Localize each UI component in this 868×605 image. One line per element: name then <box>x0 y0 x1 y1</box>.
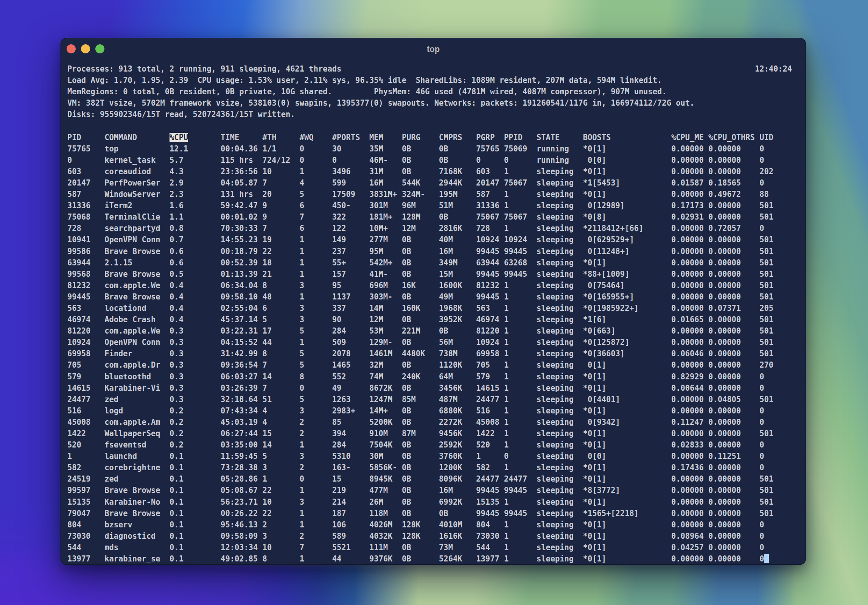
summary-line: Disks: 955902346/15T read, 520724361/15T… <box>67 109 803 120</box>
process-row: 728 searchpartyd 0.8 70:30:33 7 6 122 10… <box>67 223 803 234</box>
process-row: 99445 Brave Browse 0.4 09:58.10 48 1 113… <box>67 291 803 302</box>
process-row: 24477 zed 0.3 32:18.64 51 5 1263 1247M 8… <box>67 394 803 405</box>
process-row: 46974 Adobe Crash 0.4 45:37.14 5 3 90 12… <box>67 314 803 325</box>
process-row: 81220 com.apple.We 0.3 03:22.31 17 5 284… <box>67 325 803 337</box>
process-row: 804 bzserv 0.1 95:46.13 2 1 106 4026M 12… <box>67 519 803 530</box>
summary-line-processes: Processes: 913 total, 2 running, 911 sle… <box>67 63 803 75</box>
desktop-wallpaper: top Processes: 913 total, 2 running, 911… <box>0 0 868 605</box>
process-row: 99597 Brave Browse 0.1 05:08.67 22 1 219… <box>67 485 803 496</box>
process-row: 75765 top 12.1 00:04.36 1/1 0 30 35M 0B … <box>67 143 803 154</box>
process-row: 45008 com.apple.Am 0.2 45:03.19 4 2 85 5… <box>67 416 803 428</box>
sorted-column-header: %CPU <box>170 133 188 142</box>
process-row: 603 coreaudiod 4.3 23:36:56 10 1 3496 31… <box>67 166 803 177</box>
process-row: 563 locationd 0.4 02:55:04 6 3 337 14M 1… <box>67 302 803 314</box>
process-row: 63944 2.1.15 0.6 00:52.39 18 1 55+ 542M+… <box>67 257 803 268</box>
process-row: 31336 iTerm2 1.6 59:42.47 9 6 450- 301M … <box>67 200 803 211</box>
process-row: 10924 OpenVPN Conn 0.3 04:15:52 44 1 509… <box>67 337 803 348</box>
process-row: 73030 diagnosticd 0.1 09:58:09 3 2 589 4… <box>67 530 803 542</box>
process-row: 705 com.apple.Dr 0.3 09:36:54 7 5 1465 3… <box>67 359 803 371</box>
terminal-window: top Processes: 913 total, 2 running, 911… <box>61 38 806 565</box>
process-row: 69958 Finder 0.3 31:42.99 8 5 2078 1461M… <box>67 348 803 359</box>
process-row: 79047 Brave Browse 0.1 00:26.22 22 1 187… <box>67 508 803 519</box>
process-row: 587 WindowServer 2.3 131 hrs 20 5 17509 … <box>67 189 803 200</box>
process-row: 81232 com.apple.We 0.4 06:34.04 8 3 95 6… <box>67 280 803 291</box>
titlebar[interactable]: top <box>61 38 806 60</box>
blank-line <box>67 120 803 131</box>
process-row: 13977 karabiner_se 0.1 49:02.85 8 1 44 9… <box>67 553 803 563</box>
process-row: 99586 Brave Browse 0.6 00:18.79 22 1 237… <box>67 246 803 257</box>
process-row: 15135 Karabiner-No 0.1 56:23.71 10 3 214… <box>67 496 803 508</box>
summary-line: MemRegions: 0 total, 0B resident, 0B pri… <box>67 86 803 97</box>
process-row: 1 launchd 0.1 11:59:45 5 3 5310 30M 0B 3… <box>67 451 803 462</box>
process-row: 75068 TerminalClie 1.1 00:01.02 9 7 322 … <box>67 211 803 223</box>
terminal-cursor <box>764 554 768 563</box>
process-row: 1422 WallpaperSeq 0.2 06:27:44 15 2 394 … <box>67 428 803 439</box>
process-row: 99568 Brave Browse 0.5 01:13.39 21 1 157… <box>67 268 803 280</box>
process-row: 544 mds 0.1 12:03:34 10 7 5521 111M 0B 7… <box>67 542 803 553</box>
process-row: 520 fseventsd 0.2 03:35:00 14 1 284 7504… <box>67 439 803 451</box>
process-row: 0 kernel_task 5.7 115 hrs 724/12 0 0 46M… <box>67 154 803 166</box>
process-row: 10941 OpenVPN Conn 0.7 14:55.23 19 1 149… <box>67 234 803 245</box>
summary-line: Load Avg: 1.70, 1.95, 2.39 CPU usage: 1.… <box>67 75 803 86</box>
summary-line: VM: 382T vsize, 5702M framework vsize, 5… <box>67 97 803 109</box>
process-row: 20147 PerfPowerSer 2.9 04:05.87 7 4 599 … <box>67 177 803 189</box>
window-title: top <box>61 38 806 60</box>
process-row: 579 bluetoothd 0.3 06:03:27 14 8 552 74M… <box>67 371 803 382</box>
process-row: 516 logd 0.2 07:43:34 4 3 2983+ 14M+ 0B … <box>67 405 803 416</box>
process-row: 582 corebrightne 0.1 73:28.38 3 2 163- 5… <box>67 462 803 473</box>
process-row: 14615 Karabiner-Vi 0.3 03:26:39 7 0 49 8… <box>67 382 803 394</box>
table-header-row: PID COMMAND %CPU TIME #TH #WQ #PORTS MEM… <box>67 132 803 143</box>
terminal-output[interactable]: Processes: 913 total, 2 running, 911 sle… <box>67 63 803 563</box>
process-row: 24519 zed 0.1 05:28.86 1 0 15 8945K 0B 8… <box>67 473 803 485</box>
